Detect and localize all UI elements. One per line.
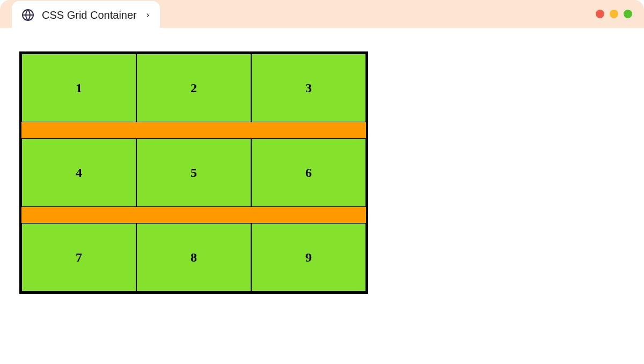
window-close-button[interactable] [596, 10, 604, 18]
css-grid-container: 1 2 3 4 5 6 7 8 9 [19, 51, 368, 294]
grid-cell: 1 [21, 54, 136, 122]
window-controls [596, 10, 632, 18]
window-maximize-button[interactable] [624, 10, 632, 18]
page-content: 1 2 3 4 5 6 7 8 9 [0, 28, 644, 317]
grid-cell: 2 [136, 54, 251, 122]
grid-cell: 6 [251, 138, 366, 207]
grid-cell: 3 [251, 54, 366, 122]
grid-cell: 7 [21, 223, 136, 292]
globe-icon [21, 9, 34, 21]
tab-title: CSS Grid Container [42, 9, 137, 21]
grid-cell: 5 [136, 138, 251, 207]
browser-tab-bar: CSS Grid Container › [0, 0, 644, 28]
grid-cell: 4 [21, 138, 136, 207]
grid-cell: 9 [251, 223, 366, 292]
browser-tab[interactable]: CSS Grid Container › [12, 1, 160, 29]
window-minimize-button[interactable] [610, 10, 618, 18]
grid-cell: 8 [136, 223, 251, 292]
chevron-right-icon: › [147, 10, 149, 20]
